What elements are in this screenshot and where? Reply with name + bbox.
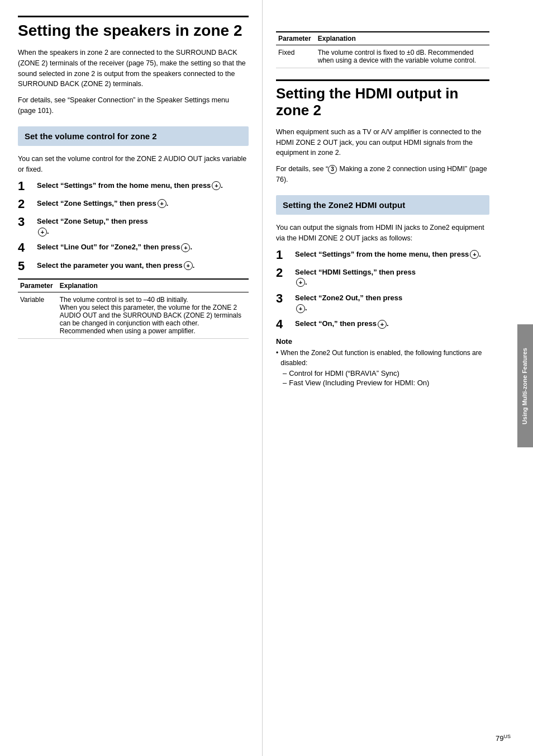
param-fixed: Fixed [276, 45, 316, 68]
right-step-text-2: Select “HDMI Settings,” then press. [295, 267, 489, 287]
note-section: Note When the Zone2 Out function is enab… [276, 337, 489, 387]
right-step-item-2: 2 Select “HDMI Settings,” then press. [276, 267, 489, 287]
right-column: Parameter Explanation Fixed The volume c… [263, 0, 517, 756]
hdmi-intro: When equipment such as a TV or A/V ampli… [276, 127, 489, 158]
step-item-5: 5 Select the parameter you want, then pr… [18, 261, 249, 273]
note-item-1: When the Zone2 Out function is enabled, … [276, 348, 489, 368]
circled-3-icon: 3 [328, 165, 337, 174]
step-num-3: 3 [18, 215, 34, 229]
explanation-fixed: The volume control is fixed to ±0 dB. Re… [316, 45, 489, 68]
left-column: Setting the speakers in zone 2 When the … [0, 0, 263, 756]
table-row-variable: Variable The volume control is set to –4… [18, 292, 249, 338]
right-enter-icon-4 [378, 320, 387, 329]
step-item-3: 3 Select “Zone Setup,” then press. [18, 216, 249, 237]
left-intro-text2: For details, see “Speaker Connection” in… [18, 95, 249, 116]
side-tab: Using Multi-zone Features [517, 324, 533, 447]
explanation-variable: The volume control is set to –40 dB init… [58, 292, 249, 338]
step-item-2: 2 Select “Zone Settings,” then press. [18, 199, 249, 211]
step-text-5: Select the parameter you want, then pres… [37, 261, 249, 271]
step-num-1: 1 [18, 179, 34, 193]
step-num-4: 4 [18, 241, 34, 254]
enter-icon-2 [158, 199, 166, 208]
page-number: 79US [496, 734, 511, 743]
enter-icon-5 [184, 261, 193, 270]
param-table-left: Parameter Explanation Variable The volum… [18, 278, 249, 339]
right-step-item-1: 1 Select “Settings” from the home menu, … [276, 249, 489, 262]
param-header-right: Parameter [276, 32, 316, 45]
explanation-header-right: Explanation [316, 32, 489, 45]
subsection-intro: You can set the volume control for the Z… [18, 154, 249, 175]
param-header: Parameter [18, 279, 58, 292]
explanation-header: Explanation [58, 279, 249, 292]
right-top-table: Parameter Explanation Fixed The volume c… [276, 31, 489, 68]
right-enter-icon-1 [470, 250, 479, 259]
step-num-5: 5 [18, 259, 34, 273]
enter-icon-4 [181, 243, 190, 252]
right-step-num-1: 1 [276, 248, 292, 262]
side-tab-text: Using Multi-zone Features [521, 348, 529, 424]
left-intro-text: When the speakers in zone 2 are connecte… [18, 48, 249, 89]
right-step-num-3: 3 [276, 292, 292, 305]
right-step-text-3: Select “Zone2 Out,” then press. [295, 293, 489, 313]
note-subitem-1: Control for HDMI (“BRAVIA” Sync) [283, 369, 489, 377]
note-title: Note [276, 337, 489, 346]
note-sublist: Control for HDMI (“BRAVIA” Sync) Fast Vi… [276, 369, 489, 387]
zone2-intro: You can output the signals from HDMI IN … [276, 223, 489, 244]
note-subitem-2: Fast View (Including Preview for HDMI: O… [283, 379, 489, 387]
right-step-text-4: Select “On,” then press. [295, 319, 489, 329]
right-step-item-4: 4 Select “On,” then press. [276, 319, 489, 331]
enter-icon-1 [212, 181, 221, 190]
steps-list-left: 1 Select “Settings” from the home menu, … [18, 181, 249, 273]
step-item-4: 4 Select “Line Out” for “Zone2,” then pr… [18, 242, 249, 254]
hdmi-title: Setting the HDMI output in zone 2 [276, 79, 489, 119]
page: Setting the speakers in zone 2 When the … [0, 0, 533, 756]
right-step-item-3: 3 Select “Zone2 Out,” then press. [276, 293, 489, 313]
enter-icon-3 [38, 228, 47, 237]
right-step-num-4: 4 [276, 318, 292, 331]
note-list: When the Zone2 Out function is enabled, … [276, 348, 489, 368]
step-text-4: Select “Line Out” for “Zone2,” then pres… [37, 242, 249, 252]
right-step-text-1: Select “Settings” from the home menu, th… [295, 249, 489, 259]
step-text-2: Select “Zone Settings,” then press. [37, 199, 249, 209]
left-main-title: Setting the speakers in zone 2 [18, 16, 249, 40]
table-row-fixed: Fixed The volume control is fixed to ±0 … [276, 45, 489, 68]
step-text-1: Select “Settings” from the home menu, th… [37, 181, 249, 191]
step-num-2: 2 [18, 197, 34, 211]
param-variable: Variable [18, 292, 58, 338]
right-enter-icon-3 [296, 304, 305, 313]
subsection-box-zone2-hdmi: Setting the Zone2 HDMI output [276, 195, 489, 215]
hdmi-section: Setting the HDMI output in zone 2 When e… [276, 79, 489, 387]
step-item-1: 1 Select “Settings” from the home menu, … [18, 181, 249, 193]
right-enter-icon-2 [296, 278, 305, 287]
right-step-num-2: 2 [276, 266, 292, 280]
step-text-3: Select “Zone Setup,” then press. [37, 216, 249, 237]
hdmi-intro2: For details, see “3 Making a zone 2 conn… [276, 164, 489, 185]
zone2-subsection-title: Setting the Zone2 HDMI output [283, 200, 483, 211]
steps-list-right: 1 Select “Settings” from the home menu, … [276, 249, 489, 332]
param-table-right-top: Parameter Explanation Fixed The volume c… [276, 31, 489, 68]
subsection-box-volume: Set the volume control for zone 2 [18, 126, 249, 147]
subsection-box-title: Set the volume control for zone 2 [25, 131, 242, 142]
